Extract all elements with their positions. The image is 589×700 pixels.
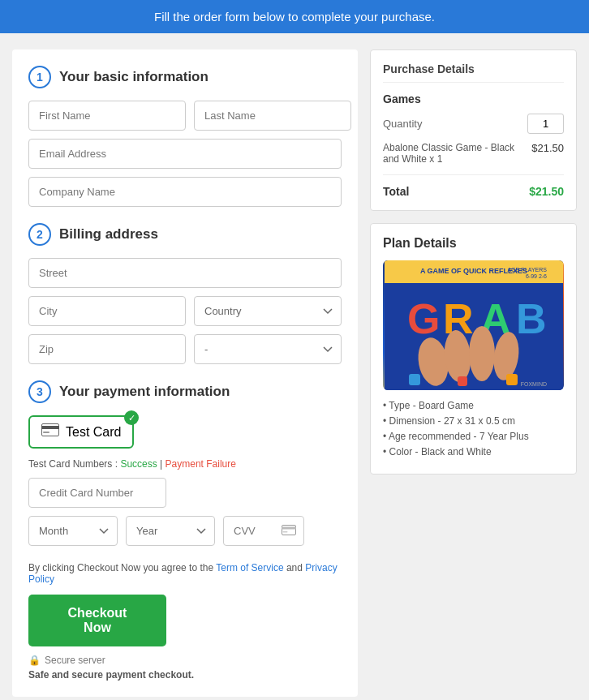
secure-server-row: 🔒 Secure server — [28, 655, 342, 666]
svg-rect-1 — [41, 426, 59, 429]
last-name-input[interactable] — [194, 101, 351, 131]
svg-text:FOXMIND: FOXMIND — [520, 381, 546, 387]
total-label: Total — [383, 185, 409, 198]
checkout-button[interactable]: Checkout Now — [28, 595, 166, 646]
cvv-row: Month Year — [28, 516, 342, 546]
svg-rect-21 — [458, 376, 467, 386]
plan-details-title: Plan Details — [383, 236, 564, 251]
year-select[interactable]: Year — [126, 516, 215, 546]
name-row — [28, 101, 342, 131]
city-country-row: Country — [28, 296, 342, 326]
tos-before-text: By clicking Checkout Now you agree to th… — [28, 562, 216, 573]
svg-rect-0 — [42, 424, 59, 436]
svg-rect-20 — [409, 374, 420, 385]
svg-text:AGE PLAYERS: AGE PLAYERS — [507, 267, 547, 273]
basic-info-section: 1 Your basic information — [28, 66, 342, 207]
games-label: Games — [383, 92, 564, 105]
credit-card-input[interactable] — [28, 478, 166, 508]
top-banner: Fill the order form below to complete yo… — [0, 0, 589, 33]
street-row — [28, 258, 342, 288]
purchase-details-box: Purchase Details Games Quantity Abalone … — [370, 49, 577, 211]
billing-header: 2 Billing address — [28, 223, 342, 246]
payment-title: Your payment information — [59, 384, 230, 400]
left-panel: 1 Your basic information 2 Billi — [12, 49, 358, 697]
tos-link[interactable]: Term of Service — [216, 562, 283, 573]
svg-point-18 — [469, 326, 495, 381]
tos-between-text: and — [284, 562, 306, 573]
lock-icon: 🔒 — [28, 655, 41, 666]
product-specs: Type - Board Game Dimension - 27 x 31 x … — [383, 400, 564, 457]
cvv-card-icon — [282, 524, 296, 539]
svg-text:6-99  2-6: 6-99 2-6 — [525, 273, 546, 279]
main-content: 1 Your basic information 2 Billi — [0, 33, 589, 700]
total-price: $21.50 — [529, 185, 564, 198]
payment-header: 3 Your payment information — [28, 380, 342, 403]
section-number-2: 2 — [28, 223, 51, 246]
product-name: Abalone Classic Game - Black and White x… — [383, 142, 531, 165]
billing-title: Billing address — [59, 226, 158, 243]
email-row — [28, 139, 342, 169]
right-panel: Purchase Details Games Quantity Abalone … — [370, 49, 577, 697]
street-input[interactable] — [28, 258, 342, 288]
quantity-row: Quantity — [383, 114, 564, 134]
tos-text: By clicking Checkout Now you agree to th… — [28, 562, 342, 585]
section-number-1: 1 — [28, 66, 51, 88]
payment-section: 3 Your payment information ✓ Test Card — [28, 380, 342, 546]
svg-text:G: G — [407, 295, 440, 342]
product-image: A GAME OF QUICK REFLEXES AGE PLAYERS 6-9… — [383, 260, 564, 390]
secure-server-text: Secure server — [45, 655, 105, 666]
month-select[interactable]: Month — [28, 516, 118, 546]
banner-text: Fill the order form below to complete yo… — [154, 10, 435, 24]
failure-link[interactable]: Payment Failure — [166, 458, 236, 470]
spec-color: Color - Black and White — [383, 446, 564, 457]
section-number-3: 3 — [28, 380, 51, 403]
test-card-option[interactable]: ✓ Test Card — [28, 415, 134, 449]
svg-rect-22 — [506, 374, 518, 385]
svg-rect-4 — [282, 526, 296, 529]
cvv-wrapper — [223, 516, 304, 546]
product-row: Abalone Classic Game - Black and White x… — [383, 142, 564, 175]
company-input[interactable] — [28, 177, 342, 207]
basic-info-title: Your basic information — [59, 69, 209, 85]
safe-payment-text: Safe and secure payment checkout. — [28, 669, 342, 681]
test-card-numbers-label: Test Card Numbers : Success | Payment Fa… — [28, 458, 342, 470]
zip-state-row: - — [28, 334, 342, 364]
country-select[interactable]: Country — [194, 296, 342, 326]
svg-rect-5 — [283, 531, 288, 533]
spec-dimension: Dimension - 27 x 31 x 0.5 cm — [383, 415, 564, 427]
billing-section: 2 Billing address Country - — [28, 223, 342, 364]
card-check-icon: ✓ — [124, 410, 139, 425]
spec-age: Age recommended - 7 Year Plus — [383, 431, 564, 442]
card-label: Test Card — [66, 425, 121, 440]
credit-card-icon — [41, 423, 59, 440]
total-row: Total $21.50 — [383, 185, 564, 198]
company-row — [28, 177, 342, 207]
first-name-input[interactable] — [28, 101, 186, 131]
purchase-details-title: Purchase Details — [383, 62, 564, 83]
city-input[interactable] — [28, 296, 186, 326]
svg-rect-2 — [43, 432, 49, 433]
svg-text:B: B — [516, 295, 547, 342]
state-select[interactable]: - — [194, 334, 342, 364]
quantity-input[interactable] — [527, 114, 564, 134]
success-link[interactable]: Success — [120, 458, 157, 470]
test-card-text: Test Card Numbers : — [28, 458, 118, 470]
spec-type: Type - Board Game — [383, 400, 564, 411]
email-input[interactable] — [28, 139, 342, 169]
svg-rect-3 — [282, 525, 296, 535]
zip-input[interactable] — [28, 334, 186, 364]
quantity-label: Quantity — [383, 118, 422, 130]
credit-card-row — [28, 478, 342, 508]
basic-info-header: 1 Your basic information — [28, 66, 342, 88]
product-price: $21.50 — [531, 142, 564, 154]
plan-details-box: Plan Details A GAME OF QUICK REFLEXES AG… — [370, 223, 577, 475]
